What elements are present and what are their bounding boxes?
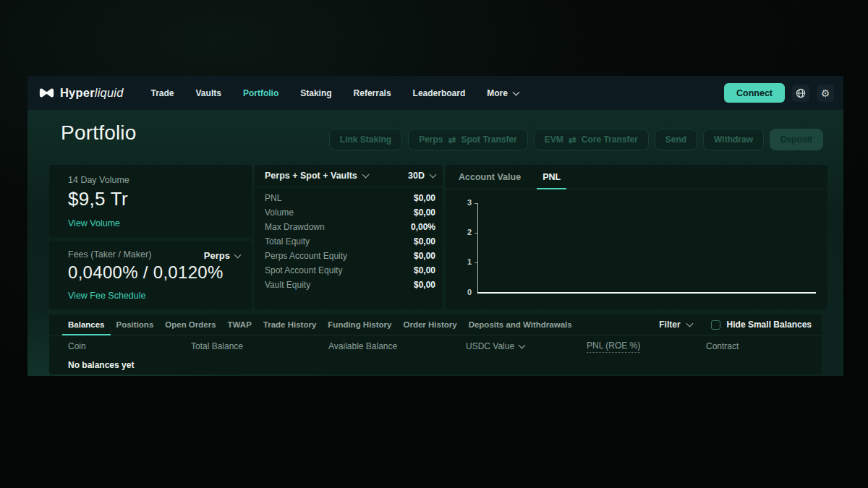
- page-title: Portfolio: [61, 121, 137, 145]
- core-transfer-label: Core Transfer: [582, 134, 638, 145]
- nav-item-more[interactable]: More: [487, 88, 519, 98]
- stat-row-vault-equity: Vault Equity$0,00: [265, 278, 435, 292]
- account-action-buttons: Link Staking Perps ⇄ Spot Transfer EVM ⇄…: [329, 129, 823, 150]
- brand[interactable]: Hyperliquid: [39, 86, 124, 100]
- pnl-line-chart: 3 2 1 0: [446, 189, 827, 309]
- stat-row-volume: Volume$0,00: [265, 205, 435, 220]
- chevron-down-icon: [686, 320, 693, 328]
- chevron-down-icon: [513, 88, 520, 95]
- scope-selector[interactable]: Perps + Spot + Vaults: [265, 171, 368, 181]
- pnl-chart-panel: Account Value PNL 3 2 1 0: [446, 165, 827, 309]
- bottom-tabs: Balances Positions Open Orders TWAP Trad…: [49, 314, 822, 335]
- fees-selector-value: Perps: [204, 250, 230, 261]
- volume-card-label: 14 Day Volume: [68, 175, 129, 185]
- filter-label: Filter: [659, 320, 680, 330]
- fees-card-label: Fees (Taker / Maker): [68, 249, 151, 260]
- account-stats-panel: Perps + Spot + Vaults 30D PNL$0,00 Volum…: [255, 165, 443, 309]
- pnl-data-line: [477, 292, 816, 294]
- filter-dropdown[interactable]: Filter: [659, 320, 692, 330]
- scope-value: Perps + Spot + Vaults: [265, 171, 357, 181]
- y-axis-tick: 1: [446, 258, 472, 266]
- stat-row-spot-account-equity: Spot Account Equity$0,00: [265, 263, 435, 278]
- hyperliquid-logo-icon: [39, 87, 54, 98]
- nav-item-leaderboard[interactable]: Leaderboard: [413, 88, 466, 98]
- top-nav: Hyperliquid Trade Vaults Portfolio Staki…: [27, 76, 843, 110]
- period-selector[interactable]: 30D: [408, 171, 435, 181]
- period-value: 30D: [408, 171, 425, 181]
- tab-balances[interactable]: Balances: [68, 314, 105, 335]
- hide-small-balances-checkbox[interactable]: [711, 320, 720, 330]
- hide-small-balances-toggle[interactable]: Hide Small Balances: [711, 320, 812, 330]
- bottom-tabs-right: Filter Hide Small Balances: [659, 320, 812, 330]
- portfolio-content: Portfolio Link Staking Perps ⇄ Spot Tran…: [27, 110, 843, 376]
- gear-icon: ⚙: [821, 87, 830, 99]
- volume-value: $9,5 Tr: [68, 188, 128, 210]
- nav-item-portfolio[interactable]: Portfolio: [243, 88, 278, 98]
- chevron-down-icon: [430, 171, 437, 179]
- view-volume-link[interactable]: View Volume: [68, 218, 120, 228]
- volume-card: 14 Day Volume $9,5 Tr View Volume: [49, 165, 252, 237]
- tab-deposits-withdrawals[interactable]: Deposits and Withdrawals: [469, 314, 572, 335]
- tab-order-history[interactable]: Order History: [404, 314, 457, 335]
- settings-gear-button[interactable]: ⚙: [817, 85, 834, 102]
- chevron-down-icon: [362, 171, 369, 179]
- more-label: More: [487, 88, 508, 98]
- screen-background: Hyperliquid Trade Vaults Portfolio Staki…: [0, 0, 868, 488]
- tab-trade-history[interactable]: Trade History: [263, 314, 317, 335]
- fees-value: 0,0400% / 0,0120%: [68, 262, 224, 283]
- nav-item-referrals[interactable]: Referrals: [354, 88, 391, 98]
- balances-table-header: Coin Total Balance Available Balance USD…: [49, 335, 822, 357]
- nav-item-staking[interactable]: Staking: [300, 88, 331, 98]
- empty-balances-message: No balances yet: [49, 357, 822, 373]
- link-staking-button[interactable]: Link Staking: [329, 129, 402, 150]
- connect-button[interactable]: Connect: [724, 83, 785, 103]
- y-axis-tick: 2: [446, 228, 472, 236]
- perps-label: Perps: [419, 134, 443, 145]
- evm-label: EVM: [545, 134, 563, 145]
- language-globe-button[interactable]: [792, 85, 809, 102]
- stat-row-pnl: PNL$0,00: [265, 191, 435, 205]
- stats-panel-header: Perps + Spot + Vaults 30D: [255, 165, 443, 187]
- main-nav-items: Trade Vaults Portfolio Staking Referrals…: [151, 88, 519, 98]
- tab-open-orders[interactable]: Open Orders: [165, 314, 216, 335]
- chevron-down-icon: [234, 251, 242, 258]
- y-axis-line: [477, 203, 478, 294]
- balances-panel: Balances Positions Open Orders TWAP Trad…: [49, 314, 822, 374]
- perps-spot-transfer-button[interactable]: Perps ⇄ Spot Transfer: [408, 129, 528, 150]
- nav-right-controls: Connect ⚙: [724, 83, 834, 103]
- stat-row-perps-account-equity: Perps Account Equity$0,00: [265, 249, 435, 263]
- column-total-balance: Total Balance: [191, 341, 328, 351]
- tab-pnl[interactable]: PNL: [541, 165, 562, 189]
- fees-market-selector[interactable]: Perps: [204, 250, 240, 261]
- y-axis-tick: 0: [446, 288, 472, 296]
- stats-rows: PNL$0,00 Volume$0,00 Max Drawdown0,00% T…: [255, 187, 443, 292]
- tab-twap[interactable]: TWAP: [228, 314, 252, 335]
- fees-card: Fees (Taker / Maker) Perps 0,0400% / 0,0…: [49, 241, 252, 309]
- nav-item-vaults[interactable]: Vaults: [196, 88, 221, 98]
- stat-row-max-drawdown: Max Drawdown0,00%: [265, 220, 435, 234]
- evm-core-transfer-button[interactable]: EVM ⇄ Core Transfer: [534, 129, 649, 150]
- brand-name: Hyperliquid: [60, 86, 124, 100]
- nav-item-trade[interactable]: Trade: [151, 88, 174, 98]
- y-axis-tick: 3: [446, 199, 472, 207]
- send-button[interactable]: Send: [655, 129, 697, 150]
- column-pnl-roe[interactable]: PNL (ROE %): [587, 341, 706, 353]
- tab-account-value[interactable]: Account Value: [457, 165, 522, 189]
- column-contract: Contract: [706, 341, 822, 351]
- column-usdc-value-sort[interactable]: USDC Value: [466, 341, 587, 351]
- chevron-down-icon: [519, 342, 526, 349]
- chart-tabs: Account Value PNL: [446, 165, 827, 189]
- view-fee-schedule-link[interactable]: View Fee Schedule: [68, 291, 145, 301]
- withdraw-button[interactable]: Withdraw: [703, 129, 764, 150]
- swap-arrows-icon: ⇄: [569, 135, 576, 145]
- swap-arrows-icon: ⇄: [448, 135, 456, 145]
- tab-funding-history[interactable]: Funding History: [328, 314, 391, 335]
- deposit-button[interactable]: Deposit: [770, 129, 823, 150]
- hide-small-balances-label: Hide Small Balances: [727, 320, 812, 330]
- app-window: Hyperliquid Trade Vaults Portfolio Staki…: [27, 76, 843, 376]
- column-coin: Coin: [68, 341, 191, 351]
- stat-row-total-equity: Total Equity$0,00: [265, 234, 435, 249]
- spot-transfer-label: Spot Transfer: [461, 134, 516, 145]
- tab-positions[interactable]: Positions: [116, 314, 154, 335]
- column-available-balance: Available Balance: [328, 341, 466, 351]
